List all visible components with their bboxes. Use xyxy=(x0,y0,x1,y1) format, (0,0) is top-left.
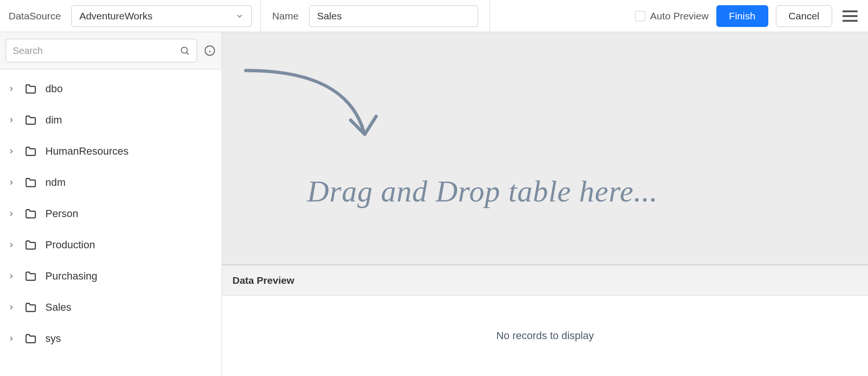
tree-item-label: Person xyxy=(45,208,78,220)
chevron-right-icon xyxy=(8,241,16,249)
info-icon xyxy=(204,45,215,56)
folder-icon xyxy=(25,176,37,189)
folder-icon xyxy=(25,208,37,220)
chevron-right-icon xyxy=(8,116,16,124)
folder-icon xyxy=(25,332,37,345)
checkbox-box-icon xyxy=(635,11,645,21)
toolbar: DataSource AdventureWorks Name Auto Prev… xyxy=(0,0,868,32)
folder-icon xyxy=(25,114,37,126)
tree-item[interactable]: ndm xyxy=(0,167,222,198)
preview-header: Data Preview xyxy=(222,265,868,296)
drop-arrow-icon xyxy=(241,63,378,146)
drop-zone[interactable]: Drag and Drop table here... xyxy=(222,32,868,265)
tree-item-label: sys xyxy=(45,332,61,345)
chevron-right-icon xyxy=(8,335,16,342)
actions-group: Auto Preview Finish Cancel xyxy=(627,0,868,32)
datasource-value: AdventureWorks xyxy=(79,10,153,22)
datasource-label: DataSource xyxy=(9,10,61,22)
tree-item[interactable]: sys xyxy=(0,323,222,354)
tree-item-label: ndm xyxy=(45,176,66,189)
folder-icon xyxy=(25,239,37,251)
datasource-group: DataSource AdventureWorks xyxy=(0,0,261,32)
tree-item[interactable]: HumanResources xyxy=(0,136,222,167)
tree-item[interactable]: Production xyxy=(0,229,222,261)
search-icon xyxy=(180,45,190,56)
chevron-right-icon xyxy=(8,179,16,186)
main-panel: Drag and Drop table here... Data Preview… xyxy=(222,32,868,376)
tree-item-label: dim xyxy=(45,114,62,126)
chevron-right-icon xyxy=(8,85,16,93)
auto-preview-checkbox[interactable]: Auto Preview xyxy=(635,10,709,22)
chevron-right-icon xyxy=(8,272,16,280)
chevron-right-icon xyxy=(8,304,16,311)
search-input[interactable] xyxy=(13,45,180,56)
search-box[interactable] xyxy=(6,39,197,62)
finish-button[interactable]: Finish xyxy=(716,5,768,27)
tree-item[interactable]: dbo xyxy=(0,73,222,105)
tree-item-label: Sales xyxy=(45,301,71,314)
tree-item-label: Purchasing xyxy=(45,270,97,282)
datasource-dropdown[interactable]: AdventureWorks xyxy=(71,5,252,27)
svg-point-0 xyxy=(181,47,188,53)
chevron-right-icon xyxy=(8,148,16,155)
tree-item[interactable]: Sales xyxy=(0,292,222,323)
menu-icon[interactable] xyxy=(842,9,858,24)
svg-line-1 xyxy=(187,52,189,54)
chevron-down-icon xyxy=(235,12,244,20)
drop-hint-text: Drag and Drop table here... xyxy=(307,174,658,209)
chevron-right-icon xyxy=(8,210,16,218)
tree-item-label: dbo xyxy=(45,83,63,95)
search-row xyxy=(0,32,222,70)
cancel-button[interactable]: Cancel xyxy=(776,5,832,27)
folder-icon xyxy=(25,270,37,282)
content-area: dbo dim HumanResources ndm Person xyxy=(0,32,868,376)
tree-item-label: HumanResources xyxy=(45,145,129,157)
folder-icon xyxy=(25,145,37,157)
tree-item[interactable]: Person xyxy=(0,198,222,229)
name-label: Name xyxy=(272,10,299,22)
sidebar: dbo dim HumanResources ndm Person xyxy=(0,32,222,376)
preview-empty-state: No records to display xyxy=(222,296,868,376)
folder-icon xyxy=(25,301,37,314)
tree-item[interactable]: dim xyxy=(0,105,222,136)
schema-tree: dbo dim HumanResources ndm Person xyxy=(0,70,222,358)
auto-preview-label: Auto Preview xyxy=(650,10,709,22)
folder-icon xyxy=(25,83,37,95)
name-input[interactable] xyxy=(309,5,478,27)
info-button[interactable] xyxy=(204,44,216,57)
tree-item[interactable]: Purchasing xyxy=(0,261,222,292)
tree-item-label: Production xyxy=(45,239,95,251)
name-group: Name xyxy=(261,0,490,32)
